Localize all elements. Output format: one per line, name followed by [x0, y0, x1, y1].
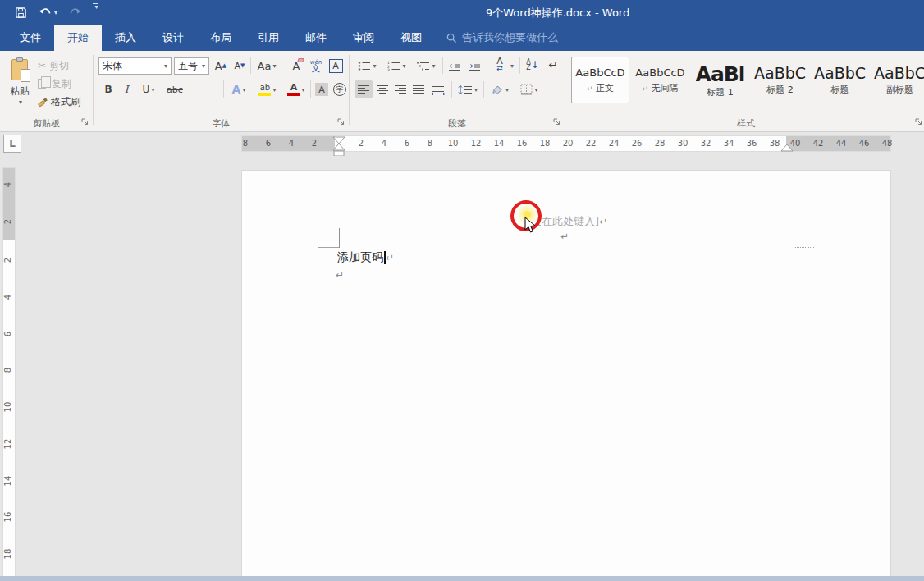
- bullets-icon: [358, 61, 371, 71]
- font-name-combo[interactable]: 宋体 ▾: [98, 57, 172, 75]
- multilevel-list-button[interactable]: ▾: [414, 57, 439, 75]
- undo-dropdown-icon[interactable]: ▾: [54, 9, 57, 16]
- align-center-button[interactable]: [373, 80, 391, 98]
- ruler-label: 30: [676, 139, 689, 148]
- style-normal[interactable]: AaBbCcD ↵ 正文: [571, 57, 629, 103]
- ruler-label: 18: [3, 548, 15, 560]
- subscript-button[interactable]: [185, 80, 204, 99]
- shading-button[interactable]: ▾: [487, 80, 513, 98]
- crop-mark-right: [794, 247, 814, 248]
- ruler-label: 16: [515, 139, 528, 148]
- tab-home[interactable]: 开始: [54, 25, 102, 51]
- body-text-line[interactable]: 添加页码↵: [337, 250, 394, 265]
- document-workspace: 4 2 2 4 6 8 10 12 14 16 18 [在此处键入]↵ ↵ 添加: [0, 156, 924, 576]
- style-heading-2[interactable]: AaBbC 标题 2: [751, 57, 809, 103]
- font-size-combo[interactable]: 五号 ▾: [174, 57, 209, 75]
- vertical-ruler-top-margin[interactable]: 4 2: [3, 168, 15, 240]
- indent-markers[interactable]: [332, 136, 346, 158]
- text-effects-button[interactable]: A ▾: [226, 80, 251, 99]
- style-no-spacing[interactable]: AaBbCcD ↵ 无间隔: [631, 57, 689, 103]
- chevron-down-icon: ▾: [242, 86, 245, 94]
- ruler-label: 24: [607, 139, 620, 148]
- bold-button[interactable]: B: [100, 80, 117, 99]
- svg-text:3: 3: [387, 68, 390, 71]
- right-indent-marker[interactable]: [780, 144, 794, 152]
- style-subtitle[interactable]: AaBbC 副标题: [871, 57, 924, 103]
- quick-access-toolbar: ▾ ▾: [13, 0, 100, 25]
- align-left-button[interactable]: [355, 80, 373, 98]
- chevron-down-icon[interactable]: ▾: [510, 62, 514, 70]
- borders-button[interactable]: ▾: [515, 80, 543, 98]
- paste-label: 粘贴: [10, 85, 30, 98]
- increase-indent-icon: [468, 61, 481, 71]
- clipboard-dialog-launcher[interactable]: [81, 118, 90, 127]
- paste-button[interactable]: 粘贴 ▾: [5, 56, 34, 117]
- shrink-font-button[interactable]: A▼: [231, 57, 249, 75]
- font-color-button[interactable]: A ▾: [283, 80, 309, 99]
- ruler-label: 16: [3, 511, 15, 523]
- style-name: 副标题: [886, 84, 913, 96]
- tab-insert[interactable]: 插入: [102, 25, 149, 51]
- ruler-label: 4: [377, 139, 391, 148]
- style-heading-1[interactable]: AaBl 标题 1: [691, 57, 749, 103]
- numbering-button[interactable]: 123 ▾: [384, 57, 409, 75]
- show-hide-marks-button[interactable]: ↵: [544, 55, 562, 75]
- underline-button[interactable]: U ▾: [136, 80, 161, 99]
- save-icon[interactable]: [13, 3, 29, 21]
- ruler-label: 34: [722, 139, 735, 148]
- highlight-button[interactable]: ab ▾: [254, 80, 281, 99]
- ruler-text-area: 2 4 6 8 10 12 14 16 18 20 22 24 26 28 30…: [335, 136, 786, 151]
- tab-design[interactable]: 设计: [149, 25, 197, 51]
- customize-qat-button[interactable]: ▾: [91, 3, 100, 21]
- character-border-label: A: [329, 59, 343, 73]
- decrease-indent-button[interactable]: [446, 57, 464, 75]
- tab-mailings[interactable]: 邮件: [292, 25, 340, 51]
- paragraph-group-label: 段落: [350, 117, 565, 130]
- tell-me-box[interactable]: 告诉我你想要做什么: [446, 25, 558, 51]
- sort-button[interactable]: A Z ↓: [523, 55, 542, 75]
- font-dialog-launcher[interactable]: [337, 118, 346, 127]
- paragraph-dialog-launcher[interactable]: [553, 118, 562, 127]
- phonetic-guide-button[interactable]: wén 文: [307, 55, 325, 75]
- multilevel-list-icon: [417, 61, 430, 71]
- change-case-button[interactable]: Aa ▾: [254, 57, 279, 75]
- styles-dialog-launcher[interactable]: [915, 118, 924, 127]
- paragraph-mark-icon: ↵: [386, 252, 394, 263]
- font-size-value: 五号: [178, 59, 198, 73]
- align-right-button[interactable]: [391, 80, 409, 98]
- ruler-label: 12: [469, 139, 483, 148]
- strikethrough-button[interactable]: abc: [164, 80, 185, 99]
- tab-layout[interactable]: 布局: [197, 25, 245, 51]
- vertical-ruler[interactable]: 2 4 6 8 10 12 14 16 18: [3, 240, 15, 576]
- italic-button[interactable]: I: [118, 80, 135, 99]
- undo-button[interactable]: ▾: [37, 3, 59, 21]
- small-separator: [250, 57, 251, 74]
- character-border-button[interactable]: A: [327, 57, 345, 75]
- tab-file[interactable]: 文件: [7, 25, 54, 51]
- style-preview: AaBbCcD: [575, 66, 624, 79]
- ruler-label: 2: [355, 139, 368, 148]
- asian-layout-button[interactable]: A ⇄: [490, 54, 510, 75]
- increase-indent-button[interactable]: [465, 57, 483, 75]
- clear-formatting-button[interactable]: A: [287, 57, 305, 75]
- tab-review[interactable]: 审阅: [340, 25, 387, 51]
- ruler-label: 48: [881, 139, 894, 148]
- distribute-button[interactable]: [428, 80, 449, 98]
- ruler-label: 12: [3, 438, 15, 450]
- superscript-button[interactable]: [204, 80, 222, 99]
- horizontal-ruler[interactable]: 8 6 4 2 2 4 6 8 10 12 14 16 18 20 22 24 …: [242, 136, 890, 151]
- grow-font-button[interactable]: A▲: [212, 57, 230, 75]
- tab-view[interactable]: 视图: [387, 25, 435, 51]
- tab-references[interactable]: 引用: [245, 25, 292, 51]
- style-title[interactable]: AaBbC 标题: [811, 57, 869, 103]
- format-painter-button[interactable]: 格式刷: [38, 94, 92, 109]
- enclose-characters-button[interactable]: 字: [331, 80, 349, 99]
- chevron-down-icon: ▾: [272, 86, 276, 94]
- character-shading-button[interactable]: A: [313, 80, 331, 99]
- document-page[interactable]: [在此处键入]↵ ↵ 添加页码↵ ↵: [242, 171, 890, 576]
- tab-selector[interactable]: L: [3, 135, 21, 153]
- line-spacing-button[interactable]: ▾: [455, 80, 481, 98]
- header-placeholder[interactable]: [在此处键入]↵: [537, 214, 607, 229]
- justify-button[interactable]: [409, 80, 428, 98]
- bullets-button[interactable]: ▾: [355, 57, 380, 75]
